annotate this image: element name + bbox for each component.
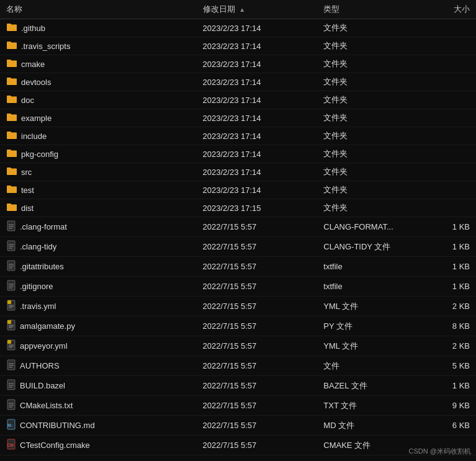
svg-rect-22 [7, 320, 11, 324]
file-name-label: dist [21, 204, 34, 213]
cell-size [416, 163, 476, 181]
svg-text:CM: CM [7, 443, 14, 447]
cell-name: appveyor.yml [0, 336, 197, 356]
cell-type: CLANG-FORMAT... [317, 217, 415, 237]
file-name-label: amalgamate.py [20, 321, 75, 331]
table-row[interactable]: CM CTestConfig.cmake2022/7/15 5:57CMAKE … [0, 436, 476, 455]
cell-size [416, 109, 476, 127]
cell-date: 2023/2/23 17:14 [197, 55, 318, 73]
table-row[interactable]: include2023/2/23 17:14文件夹 [0, 127, 476, 145]
folder-icon [6, 202, 17, 213]
file-icon [6, 379, 16, 392]
cell-date: 2022/7/15 5:57 [197, 416, 318, 436]
table-row[interactable]: .github2023/2/23 17:14文件夹 [0, 19, 476, 37]
table-row[interactable]: example2023/2/23 17:14文件夹 [0, 109, 476, 127]
cell-size: 9 KB [416, 396, 476, 416]
header-date[interactable]: 修改日期 ▲ [197, 0, 318, 19]
table-row[interactable]: .travis_scripts2023/2/23 17:14文件夹 [0, 37, 476, 55]
table-row[interactable]: dist2023/2/23 17:15文件夹 [0, 199, 476, 217]
cell-type: 文件夹 [317, 109, 415, 127]
file-icon [6, 320, 16, 333]
cell-date: 2022/7/15 5:57 [197, 356, 318, 376]
file-icon [6, 240, 16, 253]
table-row[interactable]: pkg-config2023/2/23 17:14文件夹 [0, 145, 476, 163]
cell-name: .clang-tidy [0, 237, 197, 257]
table-row[interactable]: AUTHORS2022/7/15 5:57文件5 KB [0, 356, 476, 376]
file-icon [6, 300, 16, 313]
cell-type: 文件 [317, 356, 415, 376]
file-name-label: doc [21, 96, 34, 105]
cell-size: 1 KB [416, 217, 476, 237]
cell-size [416, 19, 476, 37]
cell-name: .travis.yml [0, 297, 197, 316]
table-row[interactable]: .clang-format2022/7/15 5:57CLANG-FORMAT.… [0, 217, 476, 237]
file-name-label: .clang-tidy [20, 242, 56, 251]
svg-text:M↓: M↓ [7, 423, 13, 427]
cell-size: 1 KB [416, 376, 476, 396]
table-row[interactable]: test2023/2/23 17:14文件夹 [0, 181, 476, 199]
cell-date: 2023/2/23 17:14 [197, 37, 318, 55]
file-name-label: .github [21, 24, 45, 33]
table-row[interactable]: CMakeLists.txt2022/7/15 5:57TXT 文件9 KB [0, 396, 476, 416]
table-row[interactable]: src2023/2/23 17:14文件夹 [0, 163, 476, 181]
table-row[interactable]: M↓ CONTRIBUTING.md2022/7/15 5:57MD 文件6 K… [0, 416, 476, 436]
cell-type: 文件夹 [317, 145, 415, 163]
cell-size: 5 KB [416, 356, 476, 376]
header-type[interactable]: 类型 [317, 0, 415, 19]
table-row[interactable]: devtools2023/2/23 17:14文件夹 [0, 73, 476, 91]
cell-size: 2 KB [416, 297, 476, 316]
cell-name: .travis_scripts [0, 37, 197, 55]
file-icon [6, 359, 16, 372]
table-row[interactable]: BUILD.bazel2022/7/15 5:57BAZEL 文件1 KB [0, 376, 476, 396]
file-name-label: cmake [21, 60, 45, 69]
cell-date: 2022/7/15 5:57 [197, 396, 318, 416]
cell-name: include [0, 127, 197, 145]
cell-name: src [0, 163, 197, 181]
cell-name: doc [0, 91, 197, 109]
cell-date: 2022/7/15 5:57 [197, 257, 318, 277]
cell-name: example [0, 109, 197, 127]
table-row[interactable]: doc2023/2/23 17:14文件夹 [0, 91, 476, 109]
cell-type: 文件夹 [317, 73, 415, 91]
svg-rect-27 [7, 340, 11, 344]
cell-size: 1 KB [416, 237, 476, 257]
file-name-label: AUTHORS [20, 361, 60, 370]
cell-type: MD 文件 [317, 416, 415, 436]
table-row[interactable]: .gitattributes2022/7/15 5:57txtfile1 KB [0, 257, 476, 277]
cell-name: test [0, 181, 197, 199]
file-icon [6, 220, 16, 233]
table-row[interactable]: appveyor.yml2022/7/15 5:57YML 文件2 KB [0, 336, 476, 356]
cell-name: dist [0, 199, 197, 217]
cell-size: 1 KB [416, 257, 476, 277]
cell-date: 2022/7/15 5:57 [197, 217, 318, 237]
table-row[interactable]: .clang-tidy2022/7/15 5:57CLANG-TIDY 文件1 … [0, 237, 476, 257]
header-size[interactable]: 大小 [416, 0, 476, 19]
cell-type: CLANG-TIDY 文件 [317, 237, 415, 257]
file-name-label: devtools [21, 78, 51, 87]
table-row[interactable]: cmake2023/2/23 17:14文件夹 [0, 55, 476, 73]
cell-name: .clang-format [0, 217, 197, 237]
cell-type: YML 文件 [317, 336, 415, 356]
cell-type: 文件夹 [317, 55, 415, 73]
file-name-label: BUILD.bazel [20, 381, 65, 390]
svg-rect-35 [7, 380, 15, 390]
table-row[interactable]: .gitignore2022/7/15 5:57txtfile1 KB [0, 277, 476, 297]
file-icon: CM [6, 439, 16, 452]
cell-date: 2022/7/15 5:57 [197, 336, 318, 356]
cell-date: 2023/2/23 17:15 [197, 199, 318, 217]
cell-date: 2022/7/15 5:57 [197, 237, 318, 257]
file-icon [6, 280, 16, 293]
file-name-label: .gitignore [20, 282, 53, 291]
cell-size [416, 37, 476, 55]
table-row[interactable]: .travis.yml2022/7/15 5:57YML 文件2 KB [0, 297, 476, 316]
svg-rect-8 [7, 261, 15, 271]
cell-size [416, 91, 476, 109]
cell-type: 文件夹 [317, 181, 415, 199]
table-row[interactable]: amalgamate.py2022/7/15 5:57PY 文件8 KB [0, 316, 476, 336]
cell-date: 2023/2/23 17:14 [197, 109, 318, 127]
header-name[interactable]: 名称 [0, 0, 197, 19]
cell-date: 2022/7/15 5:57 [197, 277, 318, 297]
svg-rect-12 [7, 280, 15, 290]
cell-size [416, 199, 476, 217]
cell-size: 2 KB [416, 336, 476, 356]
